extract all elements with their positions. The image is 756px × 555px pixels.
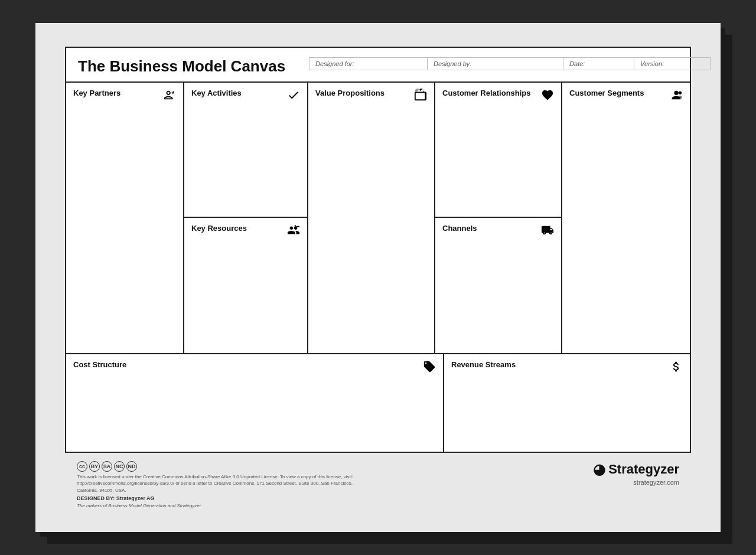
value-propositions-column: Value Propositions: [308, 83, 435, 353]
key-activities-text: Key Activities: [191, 89, 242, 97]
bmc-top: Key Partners Key Activities: [66, 83, 690, 354]
channels-label-row: Channels: [442, 224, 554, 239]
canvas-footer: cc BY SA NC ND This work is licensed und…: [65, 453, 691, 514]
relationships-channels-column: Customer Relationships Channels: [435, 83, 562, 353]
channels-cell[interactable]: Channels: [435, 218, 561, 353]
key-resources-text: Key Resources: [191, 224, 247, 233]
cost-structure-cell[interactable]: Cost Structure: [66, 354, 444, 452]
customer-segments-column: Customer Segments: [562, 83, 690, 353]
customer-segments-icon: [670, 89, 683, 103]
value-propositions-icon: [414, 89, 427, 103]
revenue-streams-cell[interactable]: Revenue Streams: [444, 354, 690, 452]
revenue-streams-text: Revenue Streams: [451, 360, 516, 369]
key-activities-icon: [287, 89, 300, 103]
customer-segments-label-row: Customer Segments: [569, 89, 683, 103]
key-resources-icon: [287, 224, 300, 239]
cost-structure-text: Cost Structure: [73, 360, 126, 369]
key-partners-text: Key Partners: [73, 89, 120, 97]
bmc-canvas: The Business Model Canvas Designed for: …: [65, 47, 691, 453]
bmc-grid: Key Partners Key Activities: [66, 81, 690, 452]
key-resources-cell[interactable]: Key Resources: [184, 218, 307, 353]
version-field[interactable]: Version:: [634, 57, 711, 70]
cc-icon-nd: ND: [126, 461, 137, 472]
key-resources-label-row: Key Resources: [191, 224, 300, 239]
key-activities-cell[interactable]: Key Activities: [184, 83, 307, 218]
key-partners-icon: [163, 89, 176, 103]
cc-icons-row: cc BY SA NC ND: [77, 461, 360, 472]
footer-designed-by: DESIGNED BY: Strategyzer AG: [77, 495, 360, 501]
cost-structure-label-row: Cost Structure: [73, 360, 436, 375]
svg-point-3: [679, 92, 682, 95]
key-partners-label-row: Key Partners: [73, 89, 176, 103]
activities-resources-column: Key Activities Key Resources: [184, 83, 308, 353]
page-container: The Business Model Canvas Designed for: …: [35, 23, 721, 532]
cc-icon-nc: NC: [114, 461, 125, 472]
customer-segments-cell[interactable]: Customer Segments: [562, 83, 690, 108]
channels-icon: [541, 224, 554, 239]
customer-relationships-icon: [541, 89, 554, 103]
page-title: The Business Model Canvas: [78, 57, 285, 76]
cc-icon-sa: SA: [102, 461, 112, 472]
footer-license-text: This work is licensed under the Creative…: [77, 474, 360, 494]
key-partners-cell[interactable]: Key Partners: [66, 83, 183, 353]
cc-icon-cc: cc: [77, 461, 87, 472]
cost-structure-icon: [423, 360, 436, 375]
svg-rect-1: [296, 226, 300, 227]
svg-rect-0: [295, 225, 296, 228]
strategyzer-symbol: ◕: [593, 461, 605, 478]
strategyzer-url: strategyzer.com: [633, 479, 679, 486]
date-field[interactable]: Date:: [563, 57, 634, 70]
customer-relationships-text: Customer Relationships: [442, 89, 531, 97]
value-propositions-cell[interactable]: Value Propositions: [308, 83, 434, 108]
value-propositions-label-row: Value Propositions: [315, 89, 427, 103]
designed-for-field[interactable]: Designed for:: [309, 57, 427, 70]
channels-text: Channels: [442, 224, 477, 233]
designed-for-label: Designed for:: [315, 60, 354, 67]
key-activities-label-row: Key Activities: [191, 89, 300, 103]
value-propositions-text: Value Propositions: [315, 89, 384, 97]
version-label: Version:: [640, 60, 664, 67]
date-label: Date:: [569, 60, 585, 67]
canvas-header: The Business Model Canvas Designed for: …: [66, 48, 690, 81]
customer-relationships-label-row: Customer Relationships: [442, 89, 554, 103]
designed-by-field[interactable]: Designed by:: [427, 57, 563, 70]
strategyzer-brand: Strategyzer: [608, 462, 679, 477]
bmc-bottom: Cost Structure Revenue Streams: [66, 354, 690, 452]
customer-segments-text: Customer Segments: [569, 89, 644, 97]
designed-by-label: Designed by:: [434, 60, 471, 67]
footer-left: cc BY SA NC ND This work is licensed und…: [77, 461, 360, 508]
svg-point-2: [674, 91, 678, 95]
cc-icon-by: BY: [89, 461, 100, 472]
key-partners-column: Key Partners: [66, 83, 184, 353]
strategyzer-logo: ◕ Strategyzer: [593, 461, 679, 478]
revenue-streams-icon: [670, 360, 683, 375]
footer-tagline: The makers of Business Model Generation …: [77, 503, 360, 508]
footer-right: ◕ Strategyzer strategyzer.com: [593, 461, 679, 486]
header-fields: Designed for: Designed by: Date: Version…: [309, 57, 678, 70]
revenue-streams-label-row: Revenue Streams: [451, 360, 683, 375]
customer-relationships-cell[interactable]: Customer Relationships: [435, 83, 561, 218]
